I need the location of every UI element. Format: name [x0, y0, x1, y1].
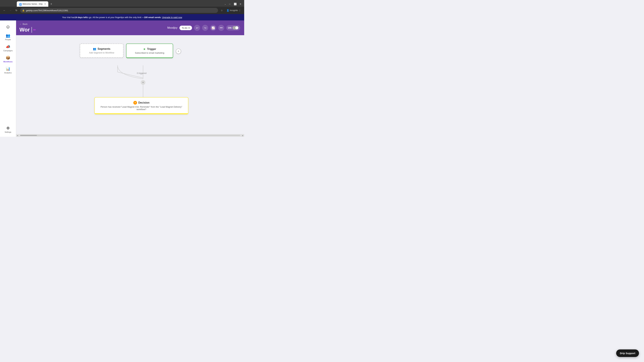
- bookmark-icon[interactable]: ☆: [219, 8, 224, 13]
- decision-icon: ?: [133, 101, 137, 105]
- redo-button[interactable]: ↪: [202, 25, 208, 31]
- workflow-canvas: 👥 Segments Add Segment to Workflow ★ Tri…: [16, 35, 244, 137]
- tab-close-icon[interactable]: ✕: [44, 3, 46, 5]
- more-options-button[interactable]: •••: [218, 25, 224, 31]
- tab-favicon: 🌀: [19, 3, 21, 5]
- trigger-count: 0 triggered: [137, 72, 146, 74]
- sidebar-workflows-label: Workflows: [3, 61, 12, 63]
- browser-chrome: 🌀 Welcome Series - Drip ✕ + ⌄ ─ ⬜ ✕ ← → …: [0, 0, 244, 14]
- campaigns-icon: 📣: [6, 44, 10, 49]
- sidebar-people-label: People: [5, 38, 11, 40]
- plus-connector[interactable]: +: [141, 80, 146, 85]
- new-tab-button[interactable]: +: [49, 2, 54, 6]
- address-text: getdrip.com/7641396/workflows/516121561: [26, 9, 216, 12]
- close-window-button[interactable]: ✕: [238, 2, 243, 6]
- workflow-title: Wor: [20, 27, 30, 33]
- back-button[interactable]: ←: [2, 8, 7, 13]
- on-toggle[interactable]: ON: [226, 25, 240, 30]
- sidebar-item-analytics[interactable]: 📊 Analytics: [0, 65, 16, 75]
- profile-icon[interactable]: 👤: [226, 8, 230, 13]
- sidebar-analytics-label: Analytics: [4, 72, 12, 74]
- segments-subtitle: Add Segment to Workflow: [84, 51, 120, 54]
- edit-pen-icon[interactable]: ✏: [33, 28, 36, 32]
- on-label: ON: [228, 26, 232, 29]
- back-arrow-icon: ←: [20, 23, 22, 25]
- sidebar-logo[interactable]: ☺: [0, 22, 16, 31]
- todo-button[interactable]: To-do: 0: [180, 26, 192, 30]
- maximize-button[interactable]: ⬜: [233, 2, 238, 6]
- trigger-subtitle: Subscribed to email marketing: [130, 52, 170, 54]
- segments-title: Segments: [98, 47, 110, 50]
- sidebar-item-workflows[interactable]: 📦 Workflows: [0, 54, 16, 64]
- analytics-icon: 📊: [6, 67, 10, 71]
- cursor: [32, 27, 32, 33]
- tab-overflow-icon[interactable]: ⌄: [223, 3, 228, 5]
- trigger-node[interactable]: ★ Trigger Subscribed to email marketing: [126, 43, 173, 58]
- workflows-icon: 📦: [6, 56, 10, 60]
- sidebar-item-campaigns[interactable]: 📣 Campaigns: [0, 43, 16, 53]
- user-name: Moodjoy: [167, 26, 178, 29]
- browser-tab-bar: 🌀 Welcome Series - Drip ✕ + ⌄ ─ ⬜ ✕: [0, 0, 244, 7]
- segments-node[interactable]: 👥 Segments Add Segment to Workflow: [80, 43, 124, 58]
- minimize-button[interactable]: ─: [228, 2, 232, 6]
- toggle-switch[interactable]: [232, 26, 238, 29]
- tab-title: Welcome Series - Drip: [22, 3, 42, 5]
- upgrade-link[interactable]: Upgrade to paid now: [162, 16, 182, 18]
- address-bar[interactable]: 🔒 getdrip.com/7641396/workflows/51612156…: [20, 8, 218, 13]
- browser-menu-icon[interactable]: ⋮: [238, 8, 242, 13]
- forward-button[interactable]: →: [8, 8, 13, 13]
- browser-toolbar: ← → ↻ 🔒 getdrip.com/7641396/workflows/51…: [0, 7, 244, 14]
- settings-icon: ⚙: [6, 126, 10, 130]
- people-icon: 👥: [6, 33, 10, 38]
- toggle-knob: [235, 26, 238, 29]
- decision-title: Decision: [138, 101, 150, 104]
- email-limit: 100 email sends: [144, 16, 161, 18]
- days-left: 14 days left: [75, 16, 87, 18]
- refresh-button[interactable]: ↻: [14, 8, 19, 13]
- trial-banner: Your trial has 14 days left to go. All t…: [0, 14, 244, 20]
- sidebar: ☺ 👥 People 📣 Campaigns 📦 Workflows 📊 Ana…: [0, 20, 16, 137]
- incognito-label: Incognito: [232, 8, 236, 13]
- back-label: Back: [23, 23, 28, 25]
- decision-node[interactable]: ? Decision Person has received "Lead Mag…: [94, 97, 188, 114]
- horizontal-scrollbar[interactable]: ◀ ▶: [16, 134, 244, 137]
- segments-icon: 👥: [93, 47, 96, 50]
- add-node-button[interactable]: +: [176, 49, 181, 54]
- decision-text: Person has received "Lead Magnet #1b: Re…: [98, 106, 185, 111]
- sidebar-item-settings[interactable]: ⚙ Settings: [0, 124, 16, 135]
- sidebar-settings-label: Settings: [5, 131, 12, 133]
- workflow-header: ← Back Wor ✏ Moodjoy To-do: 0 ↩ ↪ 📈 ••• …: [16, 20, 244, 35]
- chart-button[interactable]: 📈: [210, 25, 216, 31]
- lock-icon: 🔒: [22, 9, 25, 11]
- trigger-star-icon: ★: [143, 47, 146, 51]
- back-link[interactable]: ← Back: [20, 23, 36, 25]
- sidebar-campaigns-label: Campaigns: [3, 50, 13, 52]
- active-tab[interactable]: 🌀 Welcome Series - Drip ✕: [17, 1, 48, 7]
- sidebar-item-people[interactable]: 👥 People: [0, 32, 16, 42]
- undo-button[interactable]: ↩: [194, 25, 200, 31]
- trigger-title: Trigger: [147, 48, 156, 51]
